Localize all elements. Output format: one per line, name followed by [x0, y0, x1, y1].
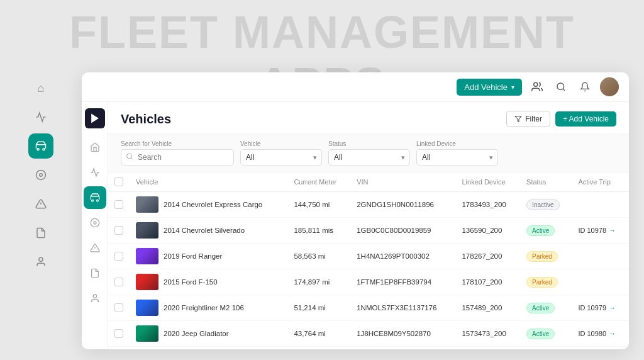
- vehicle-filter-group: Vehicle All: [240, 140, 322, 166]
- status-filter-group: Status All: [328, 140, 410, 166]
- vin-cell: 1J8HCE8M09Y502870: [350, 321, 455, 347]
- page-title: Vehicles: [121, 112, 171, 127]
- add-vehicle-main-button[interactable]: + Add Vehicle: [555, 111, 616, 127]
- linked-device-select[interactable]: All: [416, 149, 498, 166]
- table-row: 2020 Freightliner M2 106 51,214 mi 1NMOL…: [108, 295, 629, 321]
- avatar-image: [600, 77, 619, 96]
- status-badge: Parked: [526, 251, 558, 262]
- sidebar-item-compass[interactable]: [28, 162, 53, 188]
- svg-point-15: [93, 295, 96, 298]
- status-badge: Inactive: [526, 200, 559, 210]
- sidebar-chart-icon[interactable]: [84, 161, 106, 184]
- status-badge: Active: [526, 329, 555, 339]
- top-bar: Add Vehicle ▾: [82, 72, 629, 102]
- svg-point-7: [534, 82, 538, 86]
- svg-point-1: [43, 149, 45, 150]
- vin-column-header: VIN: [350, 172, 455, 192]
- table-row: 2014 Chevrolet Express Cargo 144,750 mi …: [108, 192, 629, 218]
- status-cell: Inactive: [520, 192, 572, 218]
- topbar-add-vehicle-button[interactable]: Add Vehicle ▾: [457, 79, 522, 96]
- row-checkbox-cell: [108, 269, 130, 295]
- vehicle-info: 2014 Chevrolet Silverado: [136, 222, 281, 239]
- sidebar-alert-icon[interactable]: [84, 237, 106, 259]
- sidebar-vehicle-icon[interactable]: [84, 186, 106, 209]
- sidebar-item-alert[interactable]: [28, 191, 53, 217]
- contacts-icon[interactable]: [528, 78, 546, 96]
- current-meter-cell: 185,811 mis: [287, 218, 350, 244]
- vehicle-thumbnail: [136, 248, 158, 264]
- vehicle-column-header: Vehicle: [130, 172, 287, 192]
- select-all-header: [108, 172, 130, 192]
- linked-device-cell: 1783493_200: [455, 192, 520, 218]
- vehicle-info: 2020 Jeep Gladiator: [136, 325, 281, 342]
- linked-device-select-wrap: All: [416, 149, 498, 166]
- sidebar-logo[interactable]: [85, 108, 105, 128]
- sidebar-user-icon[interactable]: [84, 287, 106, 310]
- bell-icon[interactable]: [576, 78, 594, 96]
- row-checkbox-cell: [108, 295, 130, 321]
- trip-arrow: →: [609, 227, 616, 234]
- vehicle-cell: 2019 Ford Ranger: [130, 244, 287, 269]
- status-badge: Parked: [526, 277, 558, 288]
- sidebar-item-chart[interactable]: [28, 104, 53, 130]
- sidebar-item-document[interactable]: [28, 220, 53, 245]
- linked-device-cell: 178267_200: [455, 244, 520, 269]
- row-checkbox[interactable]: [114, 278, 123, 286]
- select-all-checkbox[interactable]: [114, 177, 123, 186]
- sidebar-item-vehicle[interactable]: [28, 133, 53, 159]
- row-checkbox[interactable]: [114, 252, 123, 261]
- active-trip-cell: ID 10978 →: [572, 218, 629, 244]
- trip-id: ID 10980 →: [578, 330, 623, 337]
- linked-device-cell: 136590_200: [455, 218, 520, 244]
- filter-button[interactable]: Filter: [506, 111, 550, 127]
- vehicle-name: 2014 Chevrolet Express Cargo: [164, 201, 262, 208]
- table-body: 2014 Chevrolet Express Cargo 144,750 mi …: [108, 192, 629, 347]
- svg-marker-16: [515, 116, 521, 122]
- row-checkbox[interactable]: [114, 329, 123, 338]
- row-checkbox[interactable]: [114, 303, 123, 312]
- search-icon: [126, 153, 133, 162]
- table-row: 2020 Jeep Gladiator 43,764 mi 1J8HCE8M09…: [108, 321, 629, 347]
- vehicle-thumbnail: [136, 196, 158, 213]
- status-badge: Active: [526, 303, 555, 313]
- active-trip-cell: [572, 269, 629, 295]
- sidebar-item-home[interactable]: ⌂: [28, 76, 53, 101]
- page-sidebar: ⌂: [0, 0, 82, 360]
- vehicle-select[interactable]: All: [240, 149, 322, 166]
- svg-point-3: [40, 174, 43, 177]
- status-cell: Parked: [520, 244, 572, 269]
- vin-cell: 1NMOLS7FX3E1137176: [350, 295, 455, 321]
- sidebar-item-user[interactable]: [28, 249, 53, 274]
- current-meter-cell: 174,897 mi: [287, 269, 350, 295]
- status-cell: Active: [520, 295, 572, 321]
- sidebar-compass-icon[interactable]: [84, 211, 106, 234]
- active-trip-cell: [572, 192, 629, 218]
- search-input[interactable]: [121, 149, 234, 166]
- svg-line-18: [131, 158, 132, 159]
- sidebar-home-icon[interactable]: [84, 136, 106, 159]
- search-icon[interactable]: [552, 78, 570, 96]
- avatar[interactable]: [600, 77, 619, 96]
- linked-device-cell: 1573473_200: [455, 321, 520, 347]
- row-checkbox[interactable]: [114, 226, 123, 235]
- vehicle-select-wrap: All: [240, 149, 322, 166]
- active-trip-cell: ID 10980 →: [572, 321, 629, 347]
- svg-line-9: [563, 89, 565, 91]
- vehicle-cell: 2020 Freightliner M2 106: [130, 295, 287, 321]
- vehicle-name: 2020 Freightliner M2 106: [164, 304, 244, 312]
- linked-device-filter-label: Linked Device: [416, 140, 498, 147]
- vehicles-table: Vehicle Current Meter VIN Linked Device …: [108, 172, 629, 347]
- row-checkbox[interactable]: [114, 200, 123, 209]
- vehicles-header: Vehicles Filter + Add Vehicle: [108, 102, 629, 134]
- svg-point-8: [557, 83, 564, 90]
- vehicle-cell: 2020 Jeep Gladiator: [130, 321, 287, 347]
- vehicle-info: 2015 Ford F-150: [136, 274, 281, 290]
- sidebar-document-icon[interactable]: [84, 262, 106, 284]
- main-content: Vehicles Filter + Add Vehicle Se: [82, 102, 629, 349]
- search-filter-group: Search for Vehicle: [121, 140, 234, 166]
- status-select[interactable]: All: [328, 149, 410, 166]
- vehicle-name: 2020 Jeep Gladiator: [164, 330, 229, 337]
- filter-label: Filter: [525, 115, 542, 123]
- table-row: 2019 Ford Ranger 58,563 mi 1H4NA1269PT00…: [108, 244, 629, 269]
- active-trip-column-header: Active Trip: [572, 172, 629, 192]
